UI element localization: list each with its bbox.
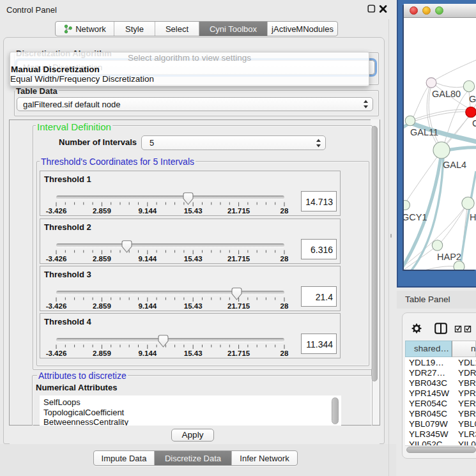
svg-text:GAL80: GAL80 xyxy=(432,89,461,99)
svg-text:H: H xyxy=(470,212,476,222)
svg-text:HAP2: HAP2 xyxy=(437,252,461,262)
svg-text:GAL11: GAL11 xyxy=(410,127,438,137)
svg-text:GCY1: GCY1 xyxy=(404,212,427,222)
svg-text:GAL4: GAL4 xyxy=(443,160,466,170)
svg-text:G: G xyxy=(469,94,476,104)
svg-text:C: C xyxy=(472,118,476,128)
